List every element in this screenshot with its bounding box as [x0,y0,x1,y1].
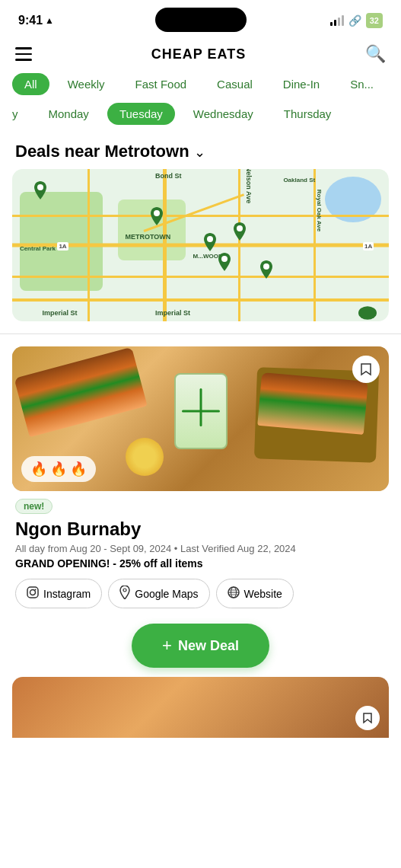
svg-point-10 [123,589,126,592]
tab-wednesday[interactable]: Wednesday [181,103,266,125]
tab-fastfood[interactable]: Fast Food [123,73,199,95]
instagram-button[interactable]: Instagram [15,579,102,608]
sandwich-right [257,372,368,435]
road-h3 [12,276,389,278]
signal-icon [330,15,344,26]
drink-center [174,373,228,449]
tab-thursday[interactable]: Thursday [272,103,344,125]
fire-badge-3: 🔥 [70,461,87,477]
globe-icon [228,586,240,601]
fire-badges: 🔥 🔥 🔥 [21,456,96,482]
fire-badge-2: 🔥 [50,461,67,477]
divider-1 [0,333,401,334]
bookmark-button[interactable] [352,356,380,383]
tab-monday[interactable]: Monday [37,103,101,125]
road-h4 [12,298,389,302]
plus-icon: + [162,636,172,656]
menu-button[interactable] [15,47,32,61]
next-card-peek [12,677,389,738]
map-label-bond: Bond St [155,172,182,180]
svg-rect-7 [27,587,38,598]
category-tabs: All Weekly Fast Food Casual Dine-In Sn..… [0,73,401,103]
status-right: 🔗 32 [330,13,383,28]
deal-restaurant-name: Ngon Burnaby [15,519,386,540]
svg-point-8 [30,590,36,595]
app-header: CHEAP EATS 🔍 [0,38,401,73]
tab-dinein[interactable]: Dine-In [271,73,332,95]
googlemaps-button[interactable]: Google Maps [108,579,209,608]
svg-point-2 [207,236,213,242]
map-pin-6[interactable] [257,260,275,283]
map-pin-4[interactable] [231,222,249,245]
link-buttons-row: Instagram Google Maps [15,579,386,608]
deals-header[interactable]: Deals near Metrotown ⌄ [0,136,401,169]
tab-weekly[interactable]: Weekly [56,73,117,95]
search-button[interactable]: 🔍 [365,44,386,64]
map-view[interactable]: METROTOWN Central Park Bond St Nelson Av… [12,169,389,321]
day-tabs: y Monday Tuesday Wednesday Thursday [0,103,401,136]
map-pin-7[interactable] [358,302,381,318]
tab-tuesday[interactable]: Tuesday [107,103,175,125]
road-v1 [88,169,90,321]
battery-level: 32 [370,16,379,25]
time-display: 9:41 [18,14,43,27]
map-background: METROTOWN Central Park Bond St Nelson Av… [12,169,389,321]
svg-point-1 [154,210,160,216]
sandwich-left [14,347,147,438]
new-badge: new! [15,499,53,514]
chevron-down-icon: ⌄ [194,144,205,161]
deal-dates: All day from Aug 20 - Sept 09, 2024 • La… [15,543,386,554]
instagram-icon [27,586,39,601]
svg-point-0 [37,184,43,190]
battery-indicator: 32 [366,13,383,28]
svg-point-9 [35,589,37,591]
website-button[interactable]: Website [216,579,294,608]
svg-point-5 [263,263,269,270]
tab-snacks[interactable]: Sn... [338,73,386,95]
website-label: Website [244,588,282,600]
app-title: CHEAP EATS [151,46,246,62]
map-label-royaloak: Royal Oak Ave [316,190,323,231]
next-bookmark-button[interactable] [355,706,380,730]
deals-location-title: Deals near Metrotown [15,142,189,161]
svg-point-6 [358,306,377,320]
road-v4 [313,169,316,321]
svg-point-3 [237,225,243,231]
map-pin-5[interactable] [215,253,234,276]
location-arrow-icon: ▲ [45,15,54,26]
new-deal-label: New Deal [178,638,239,654]
instagram-label: Instagram [43,588,91,600]
tab-all[interactable]: All [12,73,49,95]
tab-day-prev[interactable]: y [0,103,30,125]
tab-casual[interactable]: Casual [205,73,265,95]
road-h2 [12,215,389,217]
map-label-nelson: Nelson Ave [245,169,253,203]
next-card-food-photo [12,677,389,738]
deal-image: 🔥 🔥 🔥 [12,346,389,491]
dynamic-island [155,8,247,32]
deal-card: 🔥 🔥 🔥 new! Ngon Burnaby All day from Aug… [12,346,389,608]
deal-description: GRAND OPENING! - 25% off all items [15,557,386,570]
garnish-2 [199,388,202,426]
road-v2 [163,169,167,321]
deal-info: new! Ngon Burnaby All day from Aug 20 - … [12,491,389,608]
location-pin-icon [119,586,130,602]
googlemaps-label: Google Maps [135,588,198,600]
new-deal-button[interactable]: + New Deal [132,624,269,668]
fire-badge-1: 🔥 [30,461,47,477]
svg-point-4 [221,256,228,262]
map-label-oakland: Oakland St [283,177,315,183]
fab-container: + New Deal [0,608,401,677]
map-label-imperial1: Imperial St [43,309,78,317]
map-label-imperial2: Imperial St [155,309,190,317]
link-icon: 🔗 [348,14,361,27]
map-pin-2[interactable] [148,207,166,230]
status-time: 9:41 ▲ [18,14,54,27]
lemon [126,438,164,476]
map-pin-1[interactable] [31,181,49,204]
